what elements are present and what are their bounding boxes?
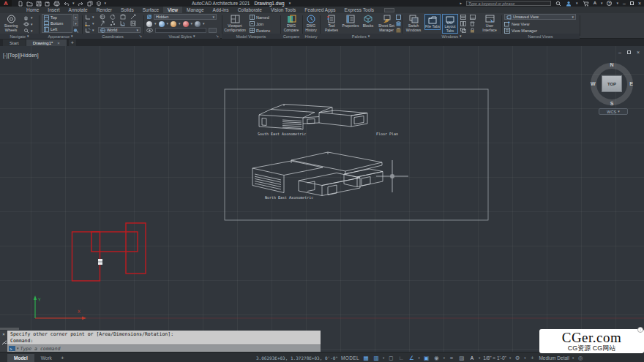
view-list-scroll-up[interactable]: ▲ <box>73 14 78 20</box>
app-store-cart-icon[interactable] <box>583 1 589 7</box>
tab-vision-tools[interactable]: Vision Tools <box>266 7 300 13</box>
visual-style-field[interactable] <box>155 28 206 33</box>
panel-label-history[interactable]: History <box>302 34 320 39</box>
named-view-combo[interactable]: Unsaved View ▾ <box>504 14 576 20</box>
drawing-restore-button[interactable] <box>627 50 631 54</box>
tab-featured-apps[interactable]: Featured Apps <box>300 7 340 13</box>
visual-style-shaded-icon[interactable] <box>195 21 201 27</box>
viewcube-wcs-menu[interactable]: WCS▾ <box>599 108 628 115</box>
xray-toggle[interactable] <box>146 28 153 33</box>
view-list-item-top[interactable]: Top <box>42 15 72 20</box>
visual-style-wireframe-icon[interactable] <box>159 21 165 27</box>
layer-icon[interactable] <box>96 1 102 7</box>
coordinates-dialog-launcher-icon[interactable]: ↘ <box>139 34 142 38</box>
join-viewports-button[interactable]: Join <box>250 21 263 26</box>
dwg-history-button[interactable]: DWG History <box>303 14 319 32</box>
visual-style-combo[interactable]: Hidden ▾ <box>154 14 217 20</box>
sign-in-icon[interactable] <box>566 1 572 7</box>
transparency-toggle-icon[interactable]: ▨ <box>458 354 465 361</box>
ucs-world-button[interactable] <box>100 14 105 20</box>
ribbon-display-toggle-icon[interactable] <box>384 8 394 12</box>
tab-annotate[interactable]: Annotate <box>64 7 92 13</box>
restore-viewports-button[interactable]: Restore <box>250 28 270 33</box>
tab-manage[interactable]: Manage <box>182 7 209 13</box>
polar-caret-icon[interactable]: ▾ <box>418 356 419 360</box>
annotation-caret-icon[interactable]: ▾ <box>479 356 480 360</box>
zoom-extents-button[interactable]: ▾ <box>23 28 33 34</box>
command-input-row[interactable]: >_ ▾ <box>7 344 321 352</box>
clean-screen-icon[interactable] <box>470 21 475 26</box>
annotation-monitor-plus-icon[interactable]: + <box>528 354 536 361</box>
file-tab-start[interactable]: Start <box>3 39 26 46</box>
panel-label-compare[interactable]: Compare <box>280 34 302 39</box>
tab-collaborate[interactable]: Collaborate <box>233 7 266 13</box>
ucs-settings-button[interactable]: ▾ <box>85 27 94 33</box>
panel-label-palettes[interactable]: Palettes▾ <box>320 34 402 39</box>
view-list-item-left[interactable]: Left <box>42 26 72 32</box>
new-layout-button[interactable]: + <box>59 354 67 361</box>
north-east-axonometric-drawing[interactable] <box>252 152 383 196</box>
drawing-area[interactable]: [-][Top][Hidden] – × South East Axonomet… <box>0 46 644 352</box>
search-history-icon[interactable]: ▸ <box>460 1 463 5</box>
tab-express-tools[interactable]: Express Tools <box>340 7 378 13</box>
ucs-face-button[interactable] <box>120 14 126 20</box>
viewcube-south[interactable]: S <box>590 101 634 106</box>
minimize-button[interactable]: – <box>623 0 626 7</box>
polar-tracking-icon[interactable]: ∠ <box>408 354 415 361</box>
restore-button[interactable] <box>630 1 634 5</box>
panel-label-model-viewports[interactable]: Model Viewports <box>222 34 280 39</box>
object-snap-tracking-icon[interactable]: ◉ <box>433 354 441 361</box>
plot-icon[interactable] <box>53 1 60 7</box>
annotation-scale-value[interactable]: 1/8" = 1'-0" <box>483 355 506 361</box>
help-caret-icon[interactable]: ▾ <box>616 1 618 5</box>
search-input[interactable] <box>468 1 549 6</box>
command-history[interactable]: Specify other corner point or [Area/Dime… <box>7 331 321 344</box>
file-tab-close-icon[interactable]: × <box>57 41 60 45</box>
infer-constraints-icon[interactable]: ◻ <box>387 354 394 361</box>
visual-style-2dwireframe-icon[interactable] <box>146 21 152 27</box>
autodesk-account-icon[interactable]: A <box>594 0 596 7</box>
palette-extra-2-icon[interactable] <box>396 21 401 26</box>
osnap-caret-icon[interactable]: ▾ <box>443 356 445 360</box>
tab-solids[interactable]: Solids <box>116 7 138 13</box>
autodesk-app-menu[interactable]: A <box>0 0 12 7</box>
drawing-locked-icon[interactable] <box>470 28 475 33</box>
view-list[interactable]: Top Bottom Left <box>42 14 72 33</box>
annotation-visibility-icon[interactable]: A <box>468 354 476 361</box>
object-snap-icon[interactable]: ▣ <box>423 354 430 361</box>
pan-button[interactable]: ▾ <box>23 15 33 20</box>
redo-icon[interactable] <box>78 1 84 7</box>
scale-caret-icon[interactable]: ▾ <box>509 356 511 360</box>
model-space-toggle[interactable]: MODEL <box>341 355 359 361</box>
viewport-controls-label[interactable]: [-][Top][Hidden] <box>3 53 39 58</box>
close-button[interactable]: × <box>638 0 641 7</box>
visual-style-realistic-icon[interactable] <box>171 21 176 27</box>
ucs-named-button[interactable] <box>130 20 136 26</box>
qat-customize-caret-icon[interactable]: ▾ <box>105 1 107 5</box>
panel-label-navigate[interactable]: Navigate▾ <box>0 34 39 39</box>
sheet-set-manager-button[interactable]: Sheet Set Manager <box>377 14 396 32</box>
view-list-scroll-down[interactable]: ▼ <box>73 20 78 26</box>
signin-caret-icon[interactable]: ▾ <box>576 1 578 5</box>
ortho-toggle-icon[interactable]: ∟ <box>397 354 405 361</box>
open-folder-icon[interactable] <box>26 1 33 7</box>
detail-caret-icon[interactable]: ▾ <box>572 356 574 360</box>
tab-view[interactable]: View <box>163 7 182 13</box>
panel-label-named-views[interactable]: Named Views <box>501 34 580 39</box>
save-icon[interactable] <box>36 1 42 7</box>
ucs-icon-button[interactable]: ▾ <box>85 14 94 20</box>
appearance-effects-button[interactable] <box>73 28 79 33</box>
lineweight-toggle-icon[interactable]: ≡ <box>448 354 455 361</box>
tile-vertically-icon[interactable] <box>460 21 466 26</box>
viewcube-east[interactable]: E <box>629 81 633 86</box>
dwg-compare-button[interactable]: DWG Compare <box>282 14 301 32</box>
account-caret-icon[interactable]: ▾ <box>601 1 603 5</box>
layout-tab-work[interactable]: Work <box>34 354 59 362</box>
tab-home[interactable]: Home <box>22 7 43 13</box>
search-icon[interactable] <box>555 1 561 7</box>
layout-tabs-button[interactable]: Layout Tabs <box>442 14 458 34</box>
viewport-configuration-button[interactable]: Viewport Configuration <box>224 14 246 32</box>
isolate-objects-icon[interactable]: ◎ <box>577 354 584 361</box>
panel-label-windows[interactable]: Windows▾ <box>402 34 501 39</box>
panel-label-coordinates[interactable]: Coordinates <box>82 34 143 39</box>
